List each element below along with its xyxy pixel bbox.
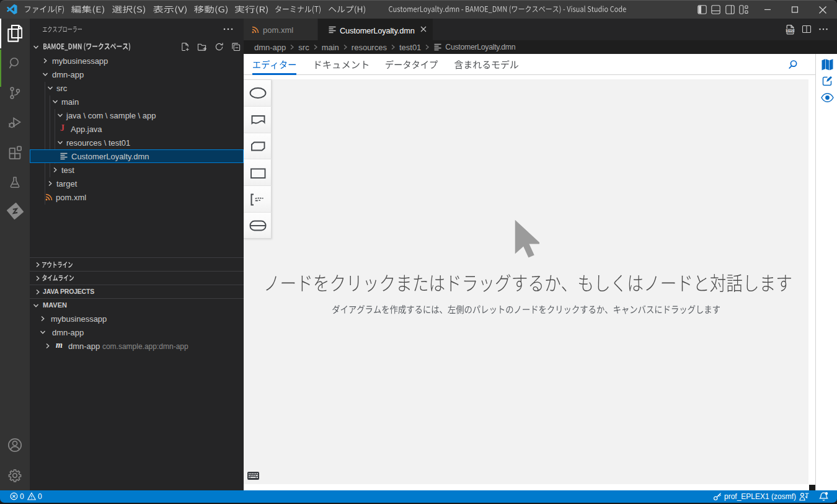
svg-text:SVG: SVG [787, 29, 794, 32]
